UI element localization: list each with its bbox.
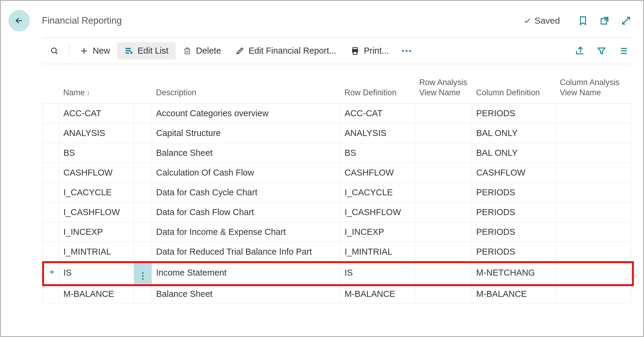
delete-button[interactable]: Delete [176,42,228,59]
cell-column-analysis[interactable] [556,222,631,242]
col-description[interactable]: Description [152,75,340,103]
cell-column-analysis[interactable] [556,103,631,123]
row-menu-button[interactable] [134,123,152,143]
cell-column-analysis[interactable] [556,262,631,284]
cell-row-definition[interactable]: IS [340,262,415,284]
row-menu-button[interactable] [134,262,152,284]
cell-column-definition[interactable]: PERIODS [472,103,556,123]
cell-column-definition[interactable]: M-NETCHANG [472,262,556,284]
table-row[interactable]: I_CACYCLEData for Cash Cycle ChartI_CACY… [43,182,631,202]
cell-row-analysis[interactable] [415,222,472,242]
cell-row-definition[interactable]: ACC-CAT [340,103,415,123]
col-column-analysis[interactable]: Column Analysis View Name [556,75,631,103]
popout-button[interactable] [599,16,610,26]
cell-row-analysis[interactable] [415,202,472,222]
cell-column-definition[interactable]: PERIODS [472,222,556,242]
cell-description[interactable]: Income Statement [152,262,340,284]
row-menu-button[interactable] [134,242,152,262]
cell-name[interactable]: I_CASHFLOW [59,202,134,222]
cell-name[interactable]: ACC-CAT [59,103,134,123]
cell-name[interactable]: BS [59,143,134,163]
cell-row-analysis[interactable] [415,123,472,143]
cell-row-analysis[interactable] [415,242,472,262]
cell-column-definition[interactable]: BAL ONLY [472,123,556,143]
filter-button[interactable] [596,46,607,56]
col-name[interactable]: Name↑ [59,75,134,103]
cell-description[interactable]: Data for Cash Cycle Chart [152,182,340,202]
row-menu-button[interactable] [134,222,152,242]
cell-row-analysis[interactable] [415,284,472,304]
cell-row-analysis[interactable] [415,182,472,202]
cell-column-analysis[interactable] [556,143,631,163]
cell-row-analysis[interactable] [415,103,472,123]
cell-column-analysis[interactable] [556,163,631,182]
cell-row-definition[interactable]: I_CACYCLE [340,182,415,202]
row-menu-button[interactable] [134,182,152,202]
cell-description[interactable]: Data for Income & Expense Chart [152,222,340,242]
cell-description[interactable]: Balance Sheet [152,284,340,304]
table-row[interactable]: ACC-CATAccount Categories overviewACC-CA… [43,103,631,123]
col-row-definition[interactable]: Row Definition [340,75,415,103]
bookmark-button[interactable] [578,16,588,26]
row-menu-button[interactable] [134,103,152,123]
cell-column-definition[interactable]: PERIODS [472,202,556,222]
edit-list-button[interactable]: Edit List [117,42,176,59]
cell-name[interactable]: IS [59,262,134,284]
table-row[interactable]: ISIncome StatementISM-NETCHANG [43,262,631,284]
col-row-analysis[interactable]: Row Analysis View Name [415,75,472,103]
cell-row-definition[interactable]: I_MINTRIAL [340,242,415,262]
cell-row-analysis[interactable] [415,143,472,163]
cell-row-definition[interactable]: M-BALANCE [340,284,415,304]
cell-column-analysis[interactable] [556,284,631,304]
back-button[interactable] [8,10,30,31]
cell-description[interactable]: Capital Structure [152,123,340,143]
cell-name[interactable]: I_MINTRIAL [59,242,134,262]
cell-description[interactable]: Calculation Of Cash Flow [152,163,340,182]
row-menu-button[interactable] [134,202,152,222]
cell-name[interactable]: I_CACYCLE [59,182,134,202]
cell-column-definition[interactable]: PERIODS [472,242,556,262]
col-column-definition[interactable]: Column Definition [472,75,556,103]
cell-name[interactable]: CASHFLOW [59,163,134,182]
table-row[interactable]: BSBalance SheetBSBAL ONLY [43,143,631,163]
cell-row-definition[interactable]: I_CASHFLOW [340,202,415,222]
table-row[interactable]: CASHFLOWCalculation Of Cash FlowCASHFLOW… [43,163,631,182]
row-menu-button[interactable] [134,163,152,182]
table-row[interactable]: I_CASHFLOWData for Cash Flow ChartI_CASH… [43,202,631,222]
row-menu-button[interactable] [134,284,152,304]
new-button[interactable]: New [72,42,117,59]
cell-column-analysis[interactable] [556,202,631,222]
cell-name[interactable]: M-BALANCE [59,284,134,304]
cell-description[interactable]: Balance Sheet [152,143,340,163]
cell-name[interactable]: ANALYSIS [59,123,134,143]
cell-column-definition[interactable]: BAL ONLY [472,143,556,163]
share-button[interactable] [575,46,585,56]
search-button[interactable] [43,43,66,59]
more-actions-button[interactable] [396,50,417,52]
cell-row-definition[interactable]: ANALYSIS [340,123,415,143]
table-row[interactable]: ANALYSISCapital StructureANALYSISBAL ONL… [43,123,631,143]
cell-name[interactable]: I_INCEXP [59,222,134,242]
cell-row-analysis[interactable] [415,163,472,182]
cell-row-analysis[interactable] [415,262,472,284]
cell-description[interactable]: Account Categories overview [152,103,340,123]
table-row[interactable]: M-BALANCEBalance SheetM-BALANCEM-BALANCE [43,284,631,304]
table-row[interactable]: I_MINTRIALData for Reduced Trial Balance… [43,242,631,262]
cell-column-analysis[interactable] [556,123,631,143]
list-view-button[interactable] [618,46,628,56]
row-menu-button[interactable] [134,143,152,163]
cell-column-analysis[interactable] [556,182,631,202]
edit-financial-report-button[interactable]: Edit Financial Report... [228,42,343,59]
print-button[interactable]: Print... [343,42,396,59]
cell-row-definition[interactable]: CASHFLOW [340,163,415,182]
cell-row-definition[interactable]: I_INCEXP [340,222,415,242]
cell-column-definition[interactable]: M-BALANCE [472,284,556,304]
cell-row-definition[interactable]: BS [340,143,415,163]
cell-description[interactable]: Data for Cash Flow Chart [152,202,340,222]
cell-column-definition[interactable]: PERIODS [472,182,556,202]
cell-description[interactable]: Data for Reduced Trial Balance Info Part [152,242,340,262]
table-row[interactable]: I_INCEXPData for Income & Expense ChartI… [43,222,631,242]
expand-button[interactable] [621,16,631,26]
cell-column-definition[interactable]: CASHFLOW [472,163,556,182]
cell-column-analysis[interactable] [556,242,631,262]
